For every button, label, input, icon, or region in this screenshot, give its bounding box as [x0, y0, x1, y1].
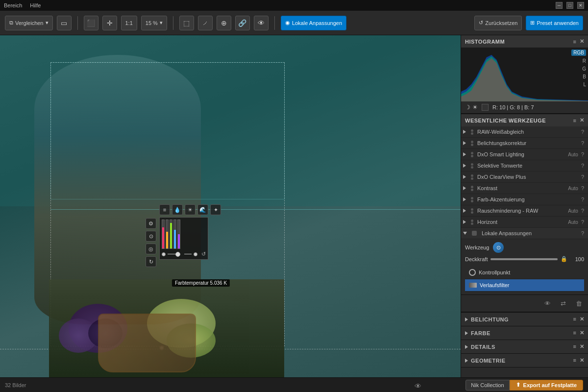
- geometrie-close-icon[interactable]: ✕: [580, 357, 585, 364]
- gf-handle-left[interactable]: [162, 252, 166, 256]
- visibility-toggle-icon[interactable]: 👁: [542, 298, 553, 309]
- gf-sun-icon[interactable]: ☀: [185, 204, 196, 215]
- tool-info-kont[interactable]: ?: [581, 185, 584, 191]
- geometrie-menu-icon[interactable]: ≡: [573, 357, 577, 364]
- tool-item-clearview[interactable]: DxO ClearView Plus ?: [461, 172, 588, 183]
- kontrollpunkt-item[interactable]: Kontrollpunkt: [465, 266, 584, 279]
- tools-close-icon[interactable]: ✕: [580, 117, 585, 123]
- menu-bereich[interactable]: Bereich: [4, 2, 22, 8]
- gf-slider-col-1[interactable]: [162, 220, 165, 249]
- tool-dots-horiz: [471, 220, 473, 225]
- tool-item-smart-lighting[interactable]: DxO Smart Lighting Auto ?: [461, 149, 588, 160]
- eye-button[interactable]: 👁: [254, 16, 269, 30]
- l-channel-label[interactable]: L: [583, 82, 586, 87]
- local-adjustments-button[interactable]: ◉ Lokale Anpassungen: [281, 16, 346, 30]
- crop-tool-button[interactable]: ⬛: [84, 16, 98, 30]
- histogram-close-icon[interactable]: ✕: [580, 38, 585, 45]
- straighten-button[interactable]: ⟋: [198, 16, 213, 30]
- gf-target-icon[interactable]: ◎: [146, 244, 156, 254]
- menu-hilfe[interactable]: Hilfe: [30, 2, 41, 8]
- belichtung-menu-icon[interactable]: ≡: [573, 316, 577, 322]
- tool-item-farb[interactable]: Farb-Akzentuierung ?: [461, 194, 588, 205]
- histogram-menu-icon[interactable]: ≡: [573, 39, 577, 45]
- tool-info-rausch[interactable]: ?: [581, 208, 584, 214]
- farbe-header[interactable]: FARBE ≡ ✕: [461, 326, 588, 340]
- geometrie-header[interactable]: GEOMETRIE ≡ ✕: [461, 354, 588, 367]
- add-button[interactable]: ✛: [102, 16, 117, 30]
- tools-section: WESENTLICHE WERKZEUGE ≡ ✕ RAW-Weißabglei…: [461, 114, 588, 313]
- gf-star-icon[interactable]: ✦: [210, 204, 221, 215]
- deckkraft-slider[interactable]: [490, 258, 558, 260]
- gf-slider-2[interactable]: [166, 220, 169, 249]
- bottom-eye-icon[interactable]: 👁: [415, 382, 421, 390]
- tool-info-farb[interactable]: ?: [581, 196, 584, 202]
- details-menu-icon[interactable]: ≡: [573, 343, 577, 350]
- crop-icon-button[interactable]: ⬚: [179, 16, 194, 30]
- view-mode-button[interactable]: ▭: [57, 16, 72, 30]
- gf-slider-col-4[interactable]: [173, 220, 176, 249]
- tool-item-raw[interactable]: RAW-Weißabgleich ?: [461, 126, 588, 138]
- werkzeug-icon[interactable]: ⊙: [493, 242, 504, 253]
- tool-item-belichtung[interactable]: Belichtungskorrektur ?: [461, 138, 588, 149]
- gf-slider-1[interactable]: [162, 220, 165, 249]
- gf-rotate-icon[interactable]: ↻: [146, 256, 156, 267]
- compare-button[interactable]: ⧉ Vergleichen ▾: [5, 16, 53, 30]
- gf-slider-col-3[interactable]: [170, 220, 172, 249]
- b-channel-label[interactable]: B: [583, 74, 586, 79]
- maximize-button[interactable]: □: [566, 2, 573, 9]
- nik-collection-button[interactable]: Nik Collection: [466, 380, 509, 391]
- g-channel-label[interactable]: G: [582, 66, 586, 72]
- gf-drop-icon[interactable]: 💧: [172, 204, 183, 215]
- tool-info-belichtung[interactable]: ?: [581, 140, 584, 146]
- gf-slider-col-5[interactable]: [177, 220, 180, 249]
- stamp-button[interactable]: ⊕: [217, 16, 231, 30]
- belichtung-close-icon[interactable]: ✕: [580, 316, 585, 322]
- reset-button[interactable]: ↺ Zurücksetzen: [474, 16, 522, 30]
- tool-info-raw[interactable]: ?: [581, 129, 584, 135]
- farbe-menu-icon[interactable]: ≡: [573, 330, 577, 336]
- gf-slider-5[interactable]: [177, 220, 180, 249]
- gf-slider-col-2[interactable]: [166, 220, 169, 249]
- r-channel-label[interactable]: R: [583, 58, 586, 64]
- gf-eye-icon[interactable]: ⊙: [146, 231, 156, 242]
- farbe-arrow: [465, 331, 468, 335]
- tool-item-lokale[interactable]: Lokale Anpassungen ?: [461, 228, 588, 239]
- tool-info-ton[interactable]: ?: [581, 163, 584, 169]
- repair-button[interactable]: 🔗: [235, 16, 250, 30]
- gf-water-icon[interactable]: 🌊: [197, 204, 208, 215]
- tool-info-horiz[interactable]: ?: [581, 219, 584, 225]
- color-square: [482, 104, 489, 111]
- lock-icon[interactable]: 🔒: [561, 256, 567, 262]
- preset-button[interactable]: ⊞ Preset anwenden: [526, 16, 583, 30]
- close-button[interactable]: ✕: [577, 2, 584, 9]
- zoom-1to1-button[interactable]: 1:1: [121, 16, 137, 30]
- rgb-channel-label[interactable]: RGB: [571, 49, 586, 56]
- minimize-button[interactable]: ─: [556, 2, 563, 9]
- verlaufsfilter-item[interactable]: Verlaufsfilter: [465, 279, 584, 292]
- tool-item-horizont[interactable]: Horizont Auto ?: [461, 217, 588, 228]
- gf-slider-3[interactable]: [170, 220, 172, 249]
- export-button[interactable]: ⬆ Export auf Festplatte: [510, 380, 583, 391]
- tool-item-tonwerte[interactable]: Selektive Tonwerte ?: [461, 160, 588, 172]
- gf-stack-icon[interactable]: ≡: [159, 204, 170, 215]
- tool-item-rausch[interactable]: Rauschminderung - RAW Auto ?: [461, 205, 588, 217]
- details-close-icon[interactable]: ✕: [580, 343, 585, 350]
- gf-settings-icon[interactable]: ⚙: [146, 218, 156, 229]
- canvas-area[interactable]: ⚙ ⊙ ◎ ↻ ≡ 💧 ☀ 🌊 ✦: [0, 35, 461, 377]
- zoom-percent-button[interactable]: 15 % ▾: [141, 16, 167, 30]
- tool-info-sl[interactable]: ?: [581, 151, 584, 157]
- tool-info-cv[interactable]: ?: [581, 174, 584, 180]
- farbe-close-icon[interactable]: ✕: [580, 330, 585, 336]
- tool-info-lokale[interactable]: ?: [581, 230, 584, 236]
- gf-slider-4[interactable]: [173, 220, 176, 249]
- gf-handle-right[interactable]: [194, 252, 197, 256]
- tools-menu-icon[interactable]: ≡: [573, 118, 577, 123]
- tool-item-kontrast[interactable]: Kontrast Auto ?: [461, 183, 588, 194]
- color-values-row: ☽ ☀ R: 10 | G: 8 | B: 7: [461, 101, 588, 114]
- belichtung-header[interactable]: BELICHTUNG ≡ ✕: [461, 313, 588, 326]
- gf-undo-icon[interactable]: ↺: [201, 251, 206, 257]
- duplicate-icon[interactable]: ⇄: [558, 298, 568, 309]
- details-header[interactable]: DETAILS ≡ ✕: [461, 340, 588, 353]
- details-arrow: [465, 345, 468, 349]
- delete-icon[interactable]: 🗑: [573, 298, 584, 309]
